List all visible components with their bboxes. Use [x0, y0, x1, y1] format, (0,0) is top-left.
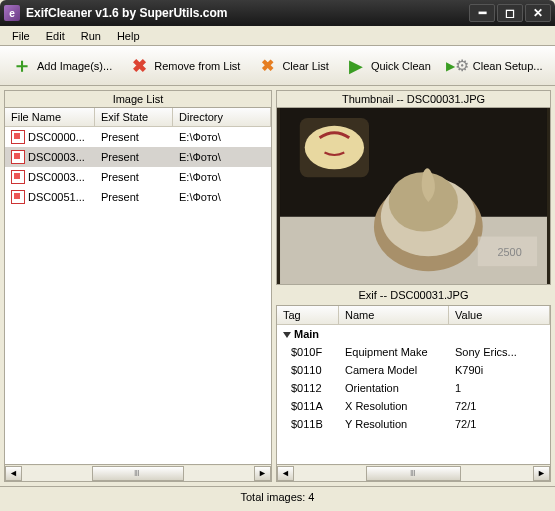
exif-section-main[interactable]: Main — [277, 325, 550, 343]
titlebar: e ExifCleaner v1.6 by SuperUtils.com ━ ◻… — [0, 0, 555, 26]
image-list-table[interactable]: File Name Exif State Directory DSC0000..… — [4, 107, 272, 465]
menubar: File Edit Run Help — [0, 26, 555, 46]
cell-name: Camera Model — [339, 362, 449, 378]
cell-tag: $0110 — [277, 362, 339, 378]
col-filename[interactable]: File Name — [5, 108, 95, 126]
cell-state: Present — [95, 128, 173, 146]
cell-name: Orientation — [339, 380, 449, 396]
quick-clean-button[interactable]: ▶ Quick Clean — [338, 50, 438, 82]
cell-directory: E:\Фото\ — [173, 188, 271, 206]
table-row[interactable]: DSC0003...PresentE:\Фото\ — [5, 167, 271, 187]
cell-name: Y Resolution — [339, 416, 449, 432]
table-row[interactable]: $0112Orientation1 — [277, 379, 550, 397]
clear-list-button[interactable]: ✖ Clear List — [249, 50, 335, 82]
col-name[interactable]: Name — [339, 306, 449, 324]
remove-from-list-button[interactable]: ✖ Remove from List — [121, 50, 247, 82]
chevron-down-icon — [283, 332, 291, 338]
exif-hscroll[interactable]: ◄ Ⅲ ► — [276, 465, 551, 482]
col-tag[interactable]: Tag — [277, 306, 339, 324]
cell-name: Equipment Make — [339, 344, 449, 360]
thumbnail-preview: 2500 — [276, 107, 551, 285]
scroll-right-button[interactable]: ► — [254, 466, 271, 481]
table-row[interactable]: $011BY Resolution72/1 — [277, 415, 550, 433]
table-row[interactable]: DSC0003...PresentE:\Фото\ — [5, 147, 271, 167]
table-row[interactable]: DSC0000...PresentE:\Фото\ — [5, 127, 271, 147]
setup-label: Clean Setup... — [473, 60, 543, 72]
exif-table[interactable]: Tag Name Value Main $010FEquipment MakeS… — [276, 305, 551, 465]
cell-value: 72/1 — [449, 398, 550, 414]
image-file-icon — [11, 190, 25, 204]
cell-value: 1 — [449, 380, 550, 396]
statusbar: Total images: 4 — [0, 486, 555, 507]
cell-state: Present — [95, 168, 173, 186]
cell-value: K790i — [449, 362, 550, 378]
scroll-thumb[interactable]: Ⅲ — [366, 466, 462, 481]
cell-filename: DSC0003... — [28, 151, 85, 163]
table-row[interactable]: $011AX Resolution72/1 — [277, 397, 550, 415]
col-value[interactable]: Value — [449, 306, 550, 324]
scroll-left-button[interactable]: ◄ — [5, 466, 22, 481]
status-text: Total images: 4 — [241, 491, 315, 503]
app-icon: e — [4, 5, 20, 21]
cell-directory: E:\Фото\ — [173, 128, 271, 146]
section-label: Main — [294, 328, 319, 340]
scroll-track[interactable]: Ⅲ — [22, 466, 254, 481]
cell-state: Present — [95, 148, 173, 166]
clean-setup-button[interactable]: ▶⚙ Clean Setup... — [440, 50, 550, 82]
table-row[interactable]: $010FEquipment MakeSony Erics... — [277, 343, 550, 361]
window-title: ExifCleaner v1.6 by SuperUtils.com — [26, 6, 469, 20]
add-images-button[interactable]: ＋ Add Image(s)... — [4, 50, 119, 82]
cell-tag: $010F — [277, 344, 339, 360]
cell-value: Sony Erics... — [449, 344, 550, 360]
scroll-track[interactable]: Ⅲ — [294, 466, 533, 481]
cell-tag: $011A — [277, 398, 339, 414]
cell-tag: $0112 — [277, 380, 339, 396]
col-exifstate[interactable]: Exif State — [95, 108, 173, 126]
cell-filename: DSC0000... — [28, 131, 85, 143]
remove-icon: ✖ — [128, 55, 150, 77]
scroll-right-button[interactable]: ► — [533, 466, 550, 481]
cell-filename: DSC0003... — [28, 171, 85, 183]
cell-directory: E:\Фото\ — [173, 168, 271, 186]
cell-state: Present — [95, 188, 173, 206]
toolbar: ＋ Add Image(s)... ✖ Remove from List ✖ C… — [0, 46, 555, 86]
menu-run[interactable]: Run — [73, 28, 109, 44]
cell-tag: $011B — [277, 416, 339, 432]
gear-icon: ▶⚙ — [447, 55, 469, 77]
image-list-title: Image List — [4, 90, 272, 107]
menu-file[interactable]: File — [4, 28, 38, 44]
thumbnail-title: Thumbnail -- DSC00031.JPG — [276, 90, 551, 107]
close-button[interactable]: ✕ — [525, 4, 551, 22]
plus-icon: ＋ — [11, 55, 33, 77]
table-row[interactable]: $0110Camera ModelK790i — [277, 361, 550, 379]
image-file-icon — [11, 170, 25, 184]
thumbnail-image: 2500 — [277, 108, 550, 284]
scroll-left-button[interactable]: ◄ — [277, 466, 294, 481]
scroll-thumb[interactable]: Ⅲ — [92, 466, 185, 481]
image-file-icon — [11, 130, 25, 144]
minimize-button[interactable]: ━ — [469, 4, 495, 22]
remove-label: Remove from List — [154, 60, 240, 72]
quick-label: Quick Clean — [371, 60, 431, 72]
table-row[interactable]: DSC0051...PresentE:\Фото\ — [5, 187, 271, 207]
cell-filename: DSC0051... — [28, 191, 85, 203]
image-file-icon — [11, 150, 25, 164]
col-directory[interactable]: Directory — [173, 108, 271, 126]
clear-label: Clear List — [282, 60, 328, 72]
add-images-label: Add Image(s)... — [37, 60, 112, 72]
exif-title: Exif -- DSC00031.JPG — [276, 285, 551, 305]
image-list-hscroll[interactable]: ◄ Ⅲ ► — [4, 465, 272, 482]
play-icon: ▶ — [345, 55, 367, 77]
menu-edit[interactable]: Edit — [38, 28, 73, 44]
menu-help[interactable]: Help — [109, 28, 148, 44]
cell-value: 72/1 — [449, 416, 550, 432]
clear-icon: ✖ — [256, 55, 278, 77]
cell-name: X Resolution — [339, 398, 449, 414]
svg-text:2500: 2500 — [498, 246, 522, 258]
maximize-button[interactable]: ◻ — [497, 4, 523, 22]
cell-directory: E:\Фото\ — [173, 148, 271, 166]
